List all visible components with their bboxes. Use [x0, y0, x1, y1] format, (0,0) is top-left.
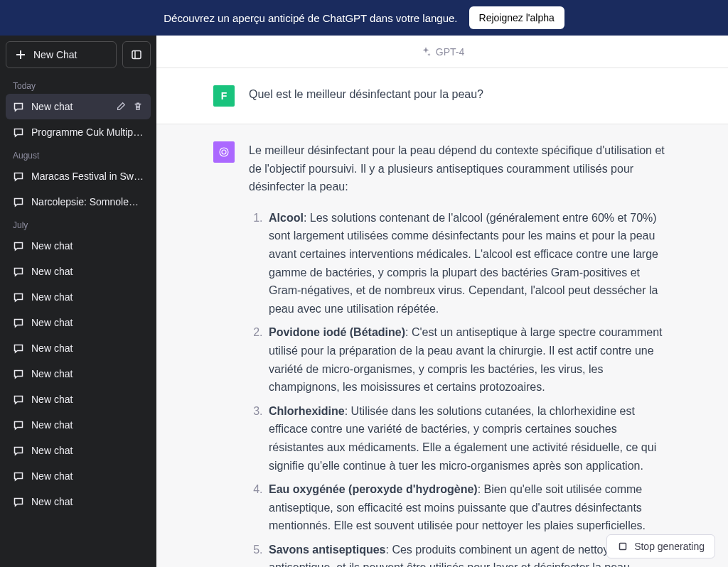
- svg-rect-0: [132, 51, 141, 59]
- chat-item-label: New chat: [31, 240, 144, 252]
- stop-generating-button[interactable]: Stop generating: [606, 534, 715, 558]
- assistant-list: Alcool: Les solutions contenant de l'alc…: [249, 209, 671, 567]
- banner-join-button[interactable]: Rejoignez l'alpha: [469, 6, 564, 29]
- chat-item-label: New chat: [31, 470, 144, 482]
- sidebar-chat-item[interactable]: New chat: [6, 335, 151, 361]
- chat-item-label: New chat: [31, 419, 144, 431]
- app-container: New Chat TodayNew chatProgramme Cuk Mult…: [0, 36, 728, 567]
- assistant-message-body: Le meilleur désinfectant pour la peau dé…: [249, 141, 728, 567]
- sidebar-chat-item[interactable]: New chat: [6, 259, 151, 284]
- chat-item-label: New chat: [31, 445, 144, 456]
- chat-icon: [13, 342, 24, 354]
- assistant-list-item: Alcool: Les solutions contenant de l'alc…: [266, 209, 671, 318]
- stop-generating-label: Stop generating: [634, 541, 705, 552]
- chat-icon: [13, 240, 24, 252]
- sidebar-chat-item[interactable]: New chat: [6, 361, 151, 387]
- sidebar-chat-item[interactable]: Narcolepsie: Somnolence et: [6, 189, 151, 215]
- chat-icon: [13, 394, 24, 405]
- chat-icon: [13, 196, 24, 207]
- sidebar-collapse-button[interactable]: [122, 41, 151, 68]
- assistant-message: Le meilleur désinfectant pour la peau dé…: [156, 124, 728, 567]
- chat-item-actions: [115, 101, 144, 112]
- chat-item-label: Narcolepsie: Somnolence et: [31, 196, 144, 207]
- chat-item-label: New chat: [31, 101, 108, 112]
- chat-icon: [13, 419, 24, 431]
- assistant-list-item: Chlorhexidine: Utilisée dans les solutio…: [266, 402, 671, 475]
- sidebar-chat-item[interactable]: New chat: [6, 310, 151, 335]
- sidebar-chat-item[interactable]: Programme Cuk Multiplic'?: [6, 119, 151, 145]
- sidebar-chat-item[interactable]: New chat: [6, 284, 151, 310]
- sidebar-chat-item[interactable]: Maracas Festival in Switzerla: [6, 163, 151, 189]
- assistant-avatar: [213, 141, 235, 163]
- sidebar-sections: TodayNew chatProgramme Cuk Multiplic'?Au…: [6, 75, 151, 514]
- chat-icon: [13, 496, 24, 507]
- sparkle-icon: [420, 46, 432, 58]
- sidebar-chat-item[interactable]: New chat: [6, 489, 151, 514]
- svg-point-1: [222, 150, 226, 154]
- user-avatar: F: [213, 85, 235, 107]
- assistant-list-item: Povidone iodé (Bétadine): C'est un antis…: [266, 323, 671, 396]
- edit-icon[interactable]: [115, 101, 127, 112]
- user-message: F Quel est le meilleur désinfectant pour…: [156, 68, 728, 124]
- chat-item-label: New chat: [31, 368, 144, 379]
- main-panel: GPT-4 F Quel est le meilleur désinfectan…: [156, 36, 728, 567]
- chat-icon: [13, 171, 24, 182]
- chat-item-label: New chat: [31, 394, 144, 405]
- model-bar: GPT-4: [156, 36, 728, 68]
- banner-text: Découvrez un aperçu anticipé de ChatGPT …: [164, 12, 457, 24]
- panel-icon: [131, 49, 142, 60]
- chat-icon: [13, 317, 24, 328]
- chat-item-label: New chat: [31, 317, 144, 328]
- assistant-list-item: Eau oxygénée (peroxyde d'hydrogène): Bie…: [266, 480, 671, 535]
- assistant-intro: Le meilleur désinfectant pour la peau dé…: [249, 141, 671, 196]
- chat-icon: [13, 266, 24, 277]
- chat-icon: [13, 470, 24, 482]
- plus-icon: [15, 49, 26, 60]
- sidebar-section-label: July: [6, 215, 151, 233]
- chat-item-label: Maracas Festival in Switzerla: [31, 171, 144, 182]
- chat-icon: [13, 101, 24, 112]
- sidebar-chat-item[interactable]: New chat: [6, 233, 151, 259]
- model-label: GPT-4: [436, 46, 464, 58]
- new-chat-label: New Chat: [33, 49, 77, 60]
- chat-icon: [13, 126, 24, 138]
- sidebar-top: New Chat: [6, 41, 151, 68]
- chat-item-label: New chat: [31, 496, 144, 507]
- sidebar-chat-item[interactable]: New chat: [6, 463, 151, 489]
- sidebar-section-label: August: [6, 145, 151, 163]
- sidebar: New Chat TodayNew chatProgramme Cuk Mult…: [0, 36, 156, 567]
- sidebar-chat-item[interactable]: New chat: [6, 412, 151, 438]
- chat-item-label: Programme Cuk Multiplic'?: [31, 126, 144, 138]
- chat-icon: [13, 291, 24, 303]
- alpha-banner: Découvrez un aperçu anticipé de ChatGPT …: [0, 0, 728, 36]
- svg-point-2: [220, 148, 228, 156]
- svg-rect-3: [620, 544, 626, 550]
- stop-icon: [617, 541, 628, 552]
- sidebar-chat-item[interactable]: New chat: [6, 438, 151, 463]
- sidebar-chat-item[interactable]: New chat: [6, 94, 151, 119]
- conversation: F Quel est le meilleur désinfectant pour…: [156, 68, 728, 567]
- chat-icon: [13, 445, 24, 456]
- chat-item-label: New chat: [31, 266, 144, 277]
- chat-item-label: New chat: [31, 342, 144, 354]
- chat-item-label: New chat: [31, 291, 144, 303]
- sidebar-chat-item[interactable]: New chat: [6, 387, 151, 412]
- sidebar-section-label: Today: [6, 75, 151, 94]
- trash-icon[interactable]: [132, 101, 144, 112]
- chat-icon: [13, 368, 24, 379]
- new-chat-button[interactable]: New Chat: [6, 41, 117, 68]
- user-message-text: Quel est le meilleur désinfectant pour l…: [249, 85, 728, 107]
